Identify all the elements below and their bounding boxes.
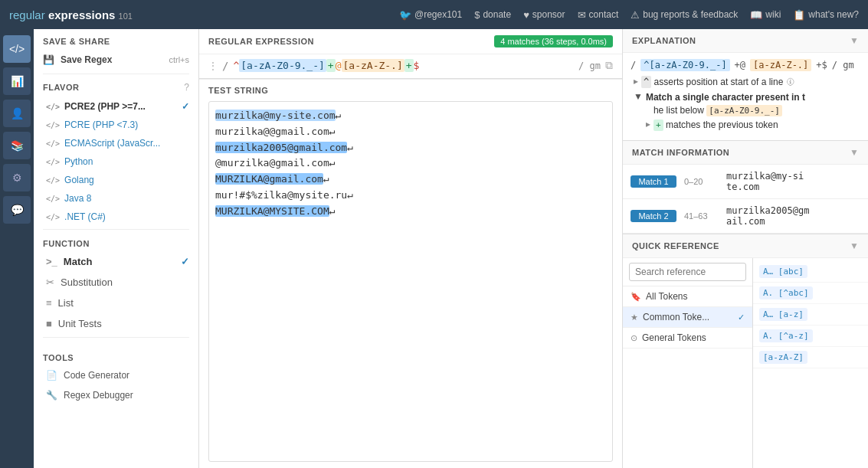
test-line-7: MURZILKA@MYSITE.COM↵ [215, 204, 606, 220]
regex-debugger-icon: 🔧 [46, 390, 57, 401]
nav-twitter[interactable]: 🐦 @regex101 [399, 9, 462, 21]
code-tag-ecma: </> [46, 139, 60, 148]
save-share-header: SAVE & SHARE [34, 29, 198, 49]
match-icon: >_ [46, 256, 57, 267]
donate-icon: $ [474, 9, 480, 21]
function-match[interactable]: >_ Match ✓ [34, 251, 198, 272]
match-1-value: murzilka@my-site.com [726, 171, 804, 192]
qr-cat-general-tokens-label: General Tokens [642, 332, 745, 343]
nav-bug-label: bug reports & feedback [643, 9, 738, 20]
exp-caret-arrow: ▸ [634, 76, 638, 87]
function-unit-tests-label: Unit Tests [58, 318, 102, 329]
chat-icon: 💬 [11, 204, 24, 216]
qr-token-1: A… [abc] [753, 261, 868, 283]
brand-expressions: expressions [48, 8, 116, 21]
flavor-golang-label: Golang [64, 175, 94, 185]
test-line-2: murzilka@@gmail.com↵ [215, 124, 606, 140]
qr-cat-general-tokens[interactable]: ⊙ General Tokens [623, 328, 752, 349]
nav-sponsor-label: sponsor [532, 9, 565, 20]
qr-token-3: A… [a-z] [753, 304, 868, 326]
flavor-python-label: Python [64, 156, 93, 167]
check-match: ✓ [181, 256, 189, 267]
quick-ref-search-input[interactable] [629, 263, 746, 281]
copy-regex-button[interactable]: ⧉ [605, 59, 613, 72]
nav-wiki[interactable]: 📖 wiki [750, 9, 781, 21]
exp-regex-part2: [a-zA-Z-.] [750, 59, 811, 71]
regex-at: @ [336, 60, 342, 71]
qr-token-2: A. [^abc] [753, 283, 868, 304]
flavor-section-header: FLAVOR ? [34, 77, 198, 97]
nav-bug-reports[interactable]: ⚠ bug reports & feedback [631, 9, 738, 21]
nav-donate[interactable]: $ donate [474, 9, 511, 21]
regex-input[interactable]: ^[a-zA-Z0-9._-]+@[a-zA-Z-.]+$ [233, 60, 574, 71]
flavor-pcre2[interactable]: </> PCRE2 (PHP >=7... ✓ [34, 97, 198, 116]
flavor-dotnet[interactable]: </> .NET (C#) [34, 208, 198, 226]
function-list[interactable]: ≡ List [34, 293, 198, 313]
brand-num: 101 [119, 11, 133, 21]
general-tokens-icon: ⊙ [631, 333, 637, 343]
qr-cat-common-tokens-label: Common Toke... [643, 312, 733, 322]
divider-3 [43, 337, 189, 338]
flavor-python[interactable]: </> Python [34, 152, 198, 171]
flavor-pcre[interactable]: </> PCRE (PHP <7.3) [34, 116, 198, 134]
save-regex-button[interactable]: 💾 Save Regex ctrl+s [34, 49, 198, 70]
test-string-area[interactable]: murzilka@my-site.com↵ murzilka@@gmail.co… [208, 101, 613, 462]
sidebar-panel: SAVE & SHARE 💾 Save Regex ctrl+s FLAVOR … [34, 29, 199, 468]
tool-code-gen-label: Code Generator [64, 370, 129, 381]
function-substitution[interactable]: ✂ Substitution [34, 272, 198, 293]
new-icon: 📋 [793, 9, 805, 21]
nav-contact-label: contact [589, 9, 619, 20]
nav-twitter-label: @regex101 [414, 9, 462, 20]
quick-ref-token-list: A… [abc] A. [^abc] A… [a-z] A. [^a-z] [a… [753, 258, 868, 468]
exp-match-collapse[interactable]: ▼ [634, 91, 643, 102]
regex-char-class-2: [a-zA-Z-.] [342, 59, 405, 72]
icon-code[interactable]: </> [3, 35, 31, 63]
exp-match-text: Match a single character present in t he… [646, 91, 805, 117]
function-unit-tests[interactable]: ■ Unit Tests [34, 313, 198, 334]
nav-whats-new[interactable]: 📋 what's new? [793, 9, 859, 21]
code-tag-dotnet: </> [46, 213, 60, 221]
flavor-java8[interactable]: </> Java 8 [34, 189, 198, 208]
check-common-tokens: ✓ [738, 313, 745, 322]
flavor-pcre2-label: PCRE2 (PHP >=7... [64, 101, 146, 112]
icon-gear[interactable]: ⚙ [3, 164, 31, 191]
qr-token-3-badge: A… [a-z] [759, 308, 807, 321]
tool-regex-debugger[interactable]: 🔧 Regex Debugger [34, 385, 198, 405]
flavor-golang[interactable]: </> Golang [34, 171, 198, 189]
explanation-collapse[interactable]: ▼ [850, 35, 859, 46]
test-line-6: mur!#$%zilka@mysite.ru↵ [215, 188, 606, 204]
quick-ref-categories: 🔖 All Tokens ★ Common Toke... ✓ ⊙ Genera… [623, 258, 753, 468]
exp-item-plus: ▸ + matches the previous token [634, 119, 860, 132]
nav-contact[interactable]: ✉ contact [578, 9, 619, 21]
nav-donate-label: donate [483, 9, 511, 20]
nav-sponsor[interactable]: ♥ sponsor [523, 9, 565, 21]
flavor-ecma-label: ECMAScript (JavaScr... [64, 138, 160, 149]
match-row-2: Match 2 41–63 murzilka2005@gmail.com [623, 199, 868, 234]
qr-token-1-badge: A… [abc] [759, 265, 807, 278]
match-row-1: Match 1 0–20 murzilka@my-site.com [623, 165, 868, 199]
all-tokens-icon: 🔖 [631, 292, 641, 302]
icon-chat[interactable]: 💬 [3, 196, 31, 224]
icon-person[interactable]: 👤 [3, 100, 31, 127]
exp-caret-text: ^ asserts position at start of a line 🛈 [641, 76, 794, 89]
regex-dots: ⋮ [208, 61, 218, 71]
icon-chart[interactable]: 📊 [3, 67, 31, 95]
match-info-header: MATCH INFORMATION ▼ [623, 141, 868, 165]
flavor-ecma[interactable]: </> ECMAScript (JavaScr... [34, 134, 198, 152]
substitution-icon: ✂ [46, 277, 54, 288]
match-info-collapse[interactable]: ▼ [850, 147, 859, 158]
code-tag-java8: </> [46, 195, 60, 203]
qr-cat-common-tokens[interactable]: ★ Common Toke... ✓ [623, 307, 752, 328]
exp-plus-text: + matches the previous token [653, 119, 778, 132]
function-substitution-label: Substitution [61, 277, 113, 288]
tool-code-generator[interactable]: 📄 Code Generator [34, 365, 198, 385]
match-highlight-3: murzilka2005@gmail.com [215, 142, 347, 153]
test-line-3: murzilka2005@gmail.com↵ [215, 140, 606, 156]
icon-library[interactable]: 📚 [3, 132, 31, 159]
match-2-badge: Match 2 [631, 210, 676, 222]
qr-token-4-badge: A. [^a-z] [759, 329, 813, 342]
quick-ref-collapse[interactable]: ▼ [850, 241, 859, 251]
qr-cat-all-tokens[interactable]: 🔖 All Tokens [623, 286, 752, 307]
flavor-help-icon[interactable]: ? [184, 82, 189, 93]
wiki-icon: 📖 [750, 9, 762, 21]
